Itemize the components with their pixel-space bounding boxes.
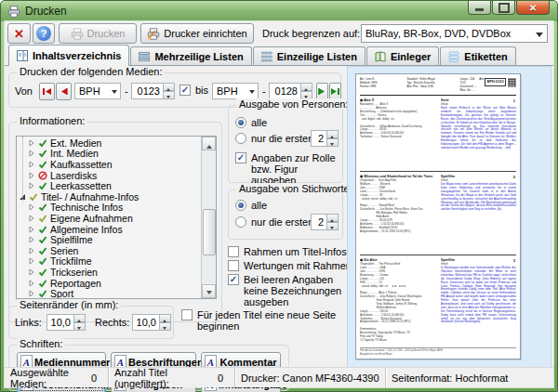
tree-item-int-medien[interactable]: Int. Medien <box>17 149 216 160</box>
dash-separator: - <box>125 85 128 97</box>
entry-number: 1 <box>513 98 515 103</box>
exit-button[interactable]: ✕ <box>7 23 31 44</box>
help-button[interactable]: ? <box>33 23 55 44</box>
tree-item-titel-aufnahme-infos[interactable]: Titel- / Aufnahme-Infos <box>17 191 216 203</box>
spin-down-button[interactable] <box>326 138 339 147</box>
number-from-spinner[interactable]: 0123 <box>131 83 175 99</box>
expand-icon <box>28 236 35 243</box>
personen-ersten-option[interactable]: nur die ersten <box>235 133 313 144</box>
leere-angaben-checkbox-row[interactable]: ✓ Bei leeren Angaben keine Bezeichnungen… <box>228 274 343 307</box>
spin-up-button[interactable] <box>326 214 339 222</box>
tree-scrollbar[interactable] <box>201 137 216 298</box>
links-spinner[interactable]: 10,0 <box>46 314 86 331</box>
rahmen-checkbox-row[interactable]: Rahmen um Titel-Infos <box>228 246 347 257</box>
tree-item-serien[interactable]: Serien <box>17 245 216 256</box>
spin-up-button[interactable] <box>73 314 86 322</box>
chevron-down-icon <box>536 33 543 41</box>
wertungen-checkbox-row[interactable]: Wertungen mit Rahmen <box>228 260 352 271</box>
spin-down-button[interactable] <box>73 322 86 331</box>
titlebar[interactable]: Drucken ✕ <box>1 1 557 21</box>
tree-item-ext-medien[interactable]: Ext. Medien <box>17 137 216 149</box>
help-icon: ? <box>36 26 51 41</box>
bis-checkbox-row[interactable]: ✓ bis <box>179 85 208 96</box>
wertungen-checkbox[interactable] <box>228 260 239 271</box>
window-title: Drucken <box>25 5 67 18</box>
expand-icon <box>28 215 35 222</box>
neue-seite-checkbox-row[interactable]: Für jeden Titel eine neue Seite beginnen <box>181 309 345 332</box>
rolle-checkbox[interactable]: ✓ <box>235 152 246 163</box>
links-value: 10,0 <box>46 314 73 331</box>
tree-item-kaufkassetten[interactable]: Kaufkassetten <box>17 159 216 170</box>
spin-down-button[interactable] <box>159 322 171 331</box>
status-printer: Drucker: Canon MF4360-4390 <box>235 368 386 387</box>
personen-group-label: Ausgabe von Personen: <box>236 98 351 110</box>
tree-item-allgemeine-infos[interactable]: Allgemeine Infos <box>17 224 216 235</box>
stichworte-alle-option[interactable]: alle <box>235 200 267 211</box>
limit-combobox[interactable]: BluRay, BR-Box, DVD, DVDBox <box>361 24 548 43</box>
dialog-body: ✕ ? Drucken Drucker einrichten Druck beg… <box>5 21 553 387</box>
neue-seite-checkbox[interactable] <box>181 309 193 320</box>
entry-details: Originaltitel - - The Pelican Brief Land… <box>360 263 438 343</box>
check-icon <box>38 289 47 298</box>
tab-einzeilige-listen[interactable]: Einzeilige Listen <box>253 46 365 66</box>
tab-einleger[interactable]: Einleger <box>366 46 439 66</box>
status-value: 0 <box>218 372 229 384</box>
tab-etiketten[interactable]: Etiketten <box>440 46 515 66</box>
informationen-tree[interactable]: Ext. Medien Int. Medien Kaufkassetten La… <box>16 136 217 299</box>
tree-item-reportagen[interactable]: Reportagen <box>17 278 216 289</box>
tree-item-leerkassetten[interactable]: Leerkassetten <box>17 180 216 191</box>
number-to-spinner[interactable]: 0128 <box>269 83 312 99</box>
radio-unselected[interactable] <box>235 216 246 228</box>
print-preview-panel[interactable]: Art: Leer-K. Medium: VHS Format: VHS Sta… <box>347 66 551 369</box>
rolle-checkbox-row[interactable]: ✓ Angaben zur Rolle bzw. Figur ausgeben <box>235 152 339 186</box>
spin-up-button[interactable] <box>159 314 171 322</box>
minimize-button[interactable] <box>468 1 491 15</box>
status-label: Seitenformat: Hochformat <box>392 372 508 384</box>
rechts-spinner[interactable]: 10,0 <box>132 314 171 331</box>
tree-item-sport[interactable]: Sport <box>17 288 216 299</box>
scroll-up-button[interactable] <box>202 137 216 150</box>
stichworte-ersten-option[interactable]: nur die ersten <box>235 216 313 228</box>
first-medium-button[interactable] <box>39 83 55 100</box>
previous-medium-button[interactable] <box>56 83 72 100</box>
printer-setup-button[interactable]: Drucker einrichten <box>140 23 254 44</box>
entry-details: Episode(n) - - - Akte X - - - - - - - - … <box>360 103 438 139</box>
radio-unselected[interactable] <box>235 133 246 144</box>
maximize-button[interactable] <box>492 1 515 15</box>
category-to-value: BPH <box>217 85 238 97</box>
scrollbar-thumb[interactable] <box>203 209 216 255</box>
tab-label: Einzeilige Listen <box>277 51 357 62</box>
radio-selected[interactable] <box>235 117 246 128</box>
medien-group-label: Drucken der folgenden Medien: <box>17 66 165 77</box>
category-to-combobox[interactable]: BPH <box>212 83 259 99</box>
bis-checkbox[interactable]: ✓ <box>179 85 191 96</box>
tree-item-eigene-aufnahmen[interactable]: Eigene Aufnahmen <box>17 213 216 224</box>
tree-item-trickserien[interactable]: Trickserien <box>17 267 216 278</box>
personen-count-spinner[interactable]: 2 <box>311 130 339 147</box>
tree-item-label: Ext. Medien <box>50 137 101 149</box>
tree-item-technische-infos[interactable]: Technische Infos <box>17 203 216 214</box>
close-button[interactable]: ✕ <box>516 1 550 15</box>
expand-icon <box>28 268 35 276</box>
radio-selected[interactable] <box>235 200 246 211</box>
tree-item-trickfilme[interactable]: Trickfilme <box>17 256 216 268</box>
spin-up-button[interactable] <box>326 130 339 138</box>
scroll-down-button[interactable] <box>202 284 216 298</box>
rahmen-checkbox[interactable] <box>228 246 239 257</box>
category-from-combobox[interactable]: BPH <box>74 83 121 99</box>
exit-icon: ✕ <box>14 27 24 41</box>
chevron-down-icon <box>112 90 117 97</box>
spin-down-button[interactable] <box>326 222 339 230</box>
tab-inhaltsverzeichnis[interactable]: Inhaltsverzeichnis <box>8 45 129 66</box>
print-button[interactable]: Drucken <box>59 23 137 44</box>
spin-up-button[interactable] <box>300 83 312 91</box>
stichworte-count-spinner[interactable]: 2 <box>311 214 339 230</box>
tree-item-laserdisks[interactable]: Laserdisks <box>17 170 216 181</box>
leere-angaben-checkbox[interactable]: ✓ <box>228 274 239 285</box>
tab-mehrzeilige-listen[interactable]: Mehrzeilige Listen <box>130 46 251 66</box>
spin-up-button[interactable] <box>163 83 175 91</box>
tree-item-spielfilme[interactable]: Spielfilme <box>17 234 216 245</box>
spin-down-button[interactable] <box>163 91 175 99</box>
tree-guideline <box>22 137 23 202</box>
personen-alle-option[interactable]: alle <box>235 117 267 128</box>
